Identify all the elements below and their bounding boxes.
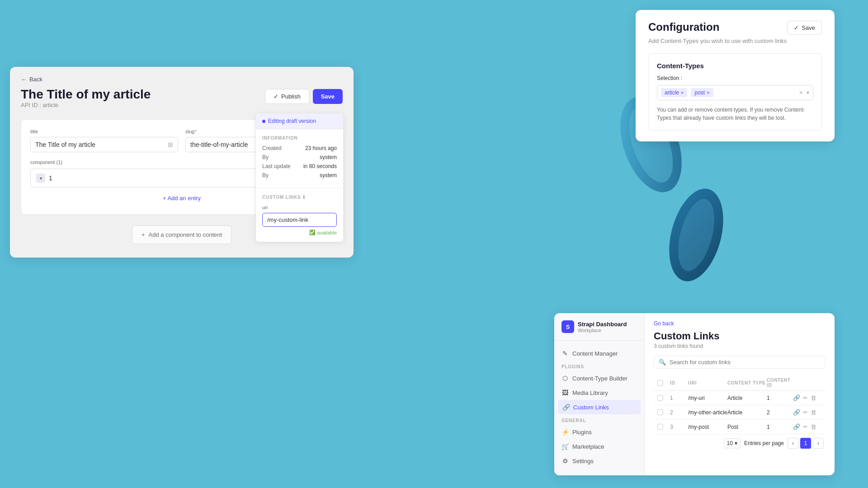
config-title: Configuration [648, 21, 719, 33]
tags-dropdown-icon[interactable]: ▾ [807, 89, 809, 96]
dashboard-main: Go back Custom Links 3 custom links foun… [645, 313, 835, 475]
dashboard-panel: S Strapi Dashboard Workplace ✎ Content M… [554, 313, 835, 475]
last-update-value: in 80 seconds [303, 163, 337, 169]
marketplace-icon: 🛒 [561, 443, 569, 450]
table-footer: 10 ▾ Entries per page ‹ 1 › [654, 434, 826, 449]
config-note: You can add or remove content-types. If … [657, 106, 813, 122]
tag-article: article × [661, 88, 687, 97]
clear-tags-button[interactable]: × [799, 89, 803, 96]
row-3-edit-icon[interactable]: ✏ [803, 423, 808, 430]
row-1-edit-icon[interactable]: ✏ [803, 394, 808, 401]
row-3-checkbox[interactable] [657, 424, 663, 430]
content-type-icon: ⬡ [561, 375, 569, 382]
by-label-2: By [262, 172, 269, 178]
sidebar-item-marketplace[interactable]: 🛒 Marketplace [554, 439, 644, 454]
remove-post-tag[interactable]: × [707, 90, 709, 95]
uri-label: uri [262, 205, 337, 210]
page-nav: ‹ 1 › [788, 438, 824, 449]
row-1-id: 1 [670, 395, 688, 401]
row-1-link-icon[interactable]: 🔗 [793, 394, 800, 401]
brand-sub: Workplace [578, 328, 627, 333]
config-subtitle: Add Content-Types you wish to use with c… [648, 38, 822, 44]
save-button[interactable]: Save [313, 89, 343, 104]
title-input-wrap: ⊞ [30, 137, 178, 152]
table-row: 2 /my-other-article Article 2 🔗 ✏ 🗑 [654, 405, 826, 420]
current-page: 1 [800, 438, 811, 449]
row-2-checkbox[interactable] [657, 409, 663, 415]
prev-page-button[interactable]: ‹ [788, 438, 798, 449]
back-button[interactable]: ← Back [21, 76, 343, 83]
table-header: ID URI CONTENT TYPE CONTENT ID [654, 375, 826, 391]
component-arrow-icon[interactable]: ▾ [36, 174, 45, 183]
sidebar-item-settings[interactable]: ⚙ Settings [554, 454, 644, 468]
media-library-icon: 🖼 [561, 389, 569, 396]
sidebar-item-content-manager[interactable]: ✎ Content Manager [554, 346, 644, 361]
row-3-link-icon[interactable]: 🔗 [793, 423, 800, 430]
general-section-label: GENERAL [554, 414, 644, 425]
tag-post: post × [691, 88, 713, 97]
by-value-2: system [320, 172, 337, 178]
configuration-panel: Configuration ✓ Save Add Content-Types y… [636, 10, 835, 141]
sidebar-item-custom-links[interactable]: 🔗 Custom Links [558, 400, 641, 414]
remove-article-tag[interactable]: × [681, 90, 684, 95]
row-3-id: 3 [670, 424, 688, 430]
row-2-content-type: Article [727, 409, 767, 416]
add-component-button[interactable]: + Add a component to content [132, 225, 231, 244]
info-icon: ℹ [303, 194, 305, 200]
available-badge: ✅ available [262, 230, 337, 235]
per-page-select[interactable]: 10 ▾ [724, 438, 741, 448]
tags-row: article × post × × ▾ [657, 85, 813, 100]
plus-icon: + [142, 231, 145, 238]
search-icon: 🔍 [659, 359, 666, 366]
row-3-uri: /my-post [688, 424, 727, 430]
go-back-link[interactable]: Go back [654, 320, 826, 327]
row-2-link-icon[interactable]: 🔗 [793, 409, 800, 416]
by-value-1: system [320, 154, 337, 160]
custom-links-title: CUSTOM LINKS [262, 195, 301, 200]
row-3-content-id: 1 [767, 424, 793, 430]
last-update-label: Last update [262, 163, 291, 169]
row-1-content-type: Article [727, 395, 767, 401]
plugins-icon: ⚡ [561, 428, 569, 436]
api-id: API ID : article [21, 102, 151, 108]
entries-per-page-label: Entries per page [744, 440, 784, 446]
table-row: 1 /my-uri Article 1 🔗 ✏ 🗑 [654, 391, 826, 405]
dashboard-subtitle: 3 custom links found [654, 343, 826, 349]
uri-input[interactable] [262, 213, 337, 227]
created-value: 23 hours ago [305, 145, 337, 151]
row-3-delete-icon[interactable]: 🗑 [811, 423, 816, 430]
row-1-delete-icon[interactable]: 🗑 [811, 394, 816, 401]
row-1-content-id: 1 [767, 395, 793, 401]
selection-label: Selection : [657, 75, 813, 81]
search-input[interactable] [670, 359, 821, 366]
row-2-id: 2 [670, 409, 688, 416]
search-bar: 🔍 [654, 356, 826, 369]
row-2-delete-icon[interactable]: 🗑 [811, 409, 816, 416]
next-page-button[interactable]: › [813, 438, 824, 449]
row-2-content-id: 2 [767, 409, 793, 416]
table-row: 3 /my-post Post 1 🔗 ✏ 🗑 [654, 420, 826, 434]
per-page-arrow: ▾ [735, 440, 737, 446]
plugins-section-label: PLUGINS [554, 361, 644, 371]
row-3-content-type: Post [727, 424, 767, 430]
publish-button[interactable]: ✓ Publish [265, 89, 309, 104]
info-section-title: INFORMATION [262, 136, 337, 141]
row-2-edit-icon[interactable]: ✏ [803, 409, 808, 416]
sidebar-item-media-library[interactable]: 🖼 Media Library [554, 385, 644, 400]
check-icon: ✓ [274, 93, 278, 100]
check-circle-icon: ✅ [309, 230, 316, 235]
custom-links-section: CUSTOM LINKS ℹ uri ✅ available [256, 188, 343, 242]
expand-icon: ⊞ [168, 141, 173, 148]
draft-dot [262, 120, 265, 123]
sidebar-item-plugins[interactable]: ⚡ Plugins [554, 425, 644, 439]
col-uri: URI [688, 380, 727, 385]
title-input[interactable] [35, 141, 166, 148]
content-types-title: Content-Types [657, 62, 813, 70]
config-save-button[interactable]: ✓ Save [787, 21, 822, 35]
back-label: Back [29, 76, 42, 83]
back-arrow-icon: ← [21, 76, 27, 83]
row-1-checkbox[interactable] [657, 395, 663, 401]
by-label-1: By [262, 154, 269, 160]
sidebar-item-content-type-builder[interactable]: ⬡ Content-Type Builder [554, 371, 644, 385]
col-content-id: CONTENT ID [767, 378, 793, 388]
